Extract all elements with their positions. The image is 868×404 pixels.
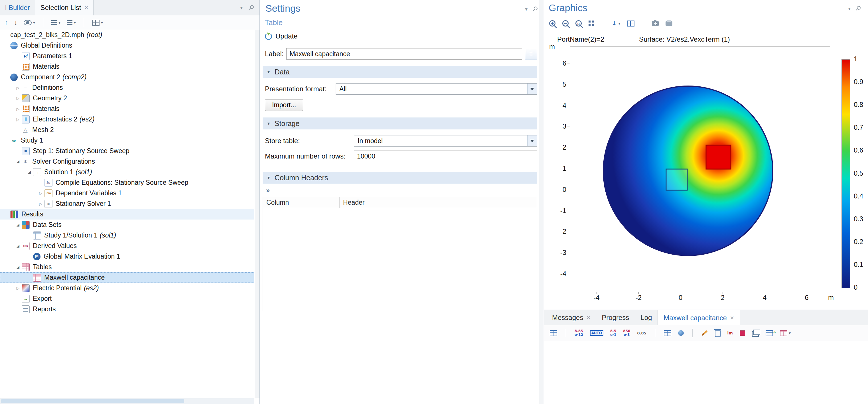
print-button[interactable] [665,21,672,26]
expand-arrow-icon[interactable] [38,191,44,195]
zoom-out-button[interactable] [562,20,568,27]
chevron-down-icon[interactable]: ▾ [848,6,850,12]
show-button[interactable]: ▾ [24,20,35,25]
column-header-column[interactable]: Column [263,197,340,208]
tab-maxwell-capacitance[interactable]: Maxwell capacitance× [657,310,740,325]
collapse-arrow-icon[interactable] [15,265,21,269]
collapse-arrow-icon[interactable] [26,170,32,174]
presentation-format-select[interactable]: All [336,83,537,95]
tree-item[interactable]: Compile Equations: Stationary Source Swe… [0,177,254,188]
cell-color-button[interactable] [740,331,745,336]
pin-icon[interactable] [856,5,861,10]
chevron-down-icon[interactable]: ▾ [525,6,528,12]
dropdown-arrow-icon[interactable]: ▾ [101,20,103,25]
section-data[interactable]: ▼ Data [262,66,537,78]
tree-item[interactable]: Electrostatics 2(es2) [0,114,254,125]
pin-icon[interactable] [249,4,254,9]
automatic-notation-button[interactable]: AUTO [590,330,603,336]
label-input[interactable] [286,48,522,60]
tab-log[interactable]: Log [635,310,657,325]
tree-item[interactable]: Solution 1(sol1) [0,167,254,177]
tree-item[interactable]: Dependent Variables 1 [0,188,254,198]
tree-item[interactable]: Global Definitions [0,40,254,51]
tab-messages[interactable]: Messages× [546,310,596,325]
rename-button[interactable]: ≡ [525,48,537,60]
collapse-arrow-icon[interactable] [15,159,21,164]
tree-item[interactable]: Maxwell capacitance [0,272,254,283]
tree-item[interactable]: Derived Values [0,241,254,251]
tree-item[interactable]: Data Sets [0,220,254,230]
tree-item[interactable]: Materials [0,61,254,72]
copy-table-button[interactable] [752,330,759,337]
tree-item[interactable]: Study 1/Solution 1(sol1) [0,230,254,241]
tree-item[interactable]: Study 1 [0,135,254,146]
expand-arrow-icon[interactable] [15,117,21,122]
expand-levels-button[interactable]: ▾ [67,20,76,25]
collapse-arrow-icon[interactable] [15,244,21,248]
move-all-icon[interactable]: » [266,186,270,194]
table-format-button[interactable] [550,330,557,336]
update-button[interactable]: Update [275,32,298,40]
model-builder-node-settings-button[interactable]: ▾ [92,20,103,26]
full-precision-button[interactable]: 8.85e-12 [575,329,583,337]
dropdown-arrow-icon[interactable]: ▾ [33,20,35,25]
tree-item[interactable]: Parameters 1 [0,51,254,61]
zoom-in-button[interactable] [549,20,556,27]
close-icon[interactable]: × [587,314,590,321]
clear-table-button[interactable] [715,329,720,337]
tree-item[interactable]: Tables [0,262,254,272]
show-grid-button[interactable] [627,21,634,27]
tree-item[interactable]: Materials [0,103,254,114]
expand-arrow-icon[interactable] [38,201,44,206]
image-snapshot-button[interactable] [652,21,659,26]
collapse-levels-button[interactable]: ▾ [51,20,60,25]
tab-model-builder[interactable]: l Builder [0,0,35,15]
expand-arrow-icon[interactable] [15,96,21,101]
table-graph-button[interactable] [701,332,708,334]
close-icon[interactable]: × [730,314,734,321]
tree-item[interactable]: Electric Potential(es2) [0,283,254,293]
settings-scrollbar[interactable] [539,0,544,404]
zoom-box-button[interactable] [576,20,582,27]
close-icon[interactable]: × [84,4,88,11]
dropdown-arrow-icon[interactable]: ▾ [618,21,620,26]
table-menu-button[interactable]: ▾ [780,330,791,336]
expand-arrow-icon[interactable] [15,286,21,290]
tree-item[interactable]: Geometry 2 [0,93,254,103]
dropdown-arrow-icon[interactable]: ▾ [789,331,791,335]
store-table-select[interactable]: In model [354,135,537,147]
tree-item[interactable]: Mesh 2 [0,125,254,135]
tab-selection-list[interactable]: Selection List × [35,0,94,15]
tree-horizontal-scrollbar[interactable] [0,398,254,404]
decimal-notation-button[interactable]: 0.85 [637,331,646,335]
zoom-extents-button[interactable] [589,21,594,26]
dropdown-arrow-icon[interactable]: ▾ [58,20,60,25]
chevron-down-icon[interactable]: ▾ [240,5,243,11]
section-column-headers[interactable]: ▼ Column Headers [262,172,537,184]
engineering-notation-button[interactable]: 850e-3 [623,329,630,337]
import-to-table-button[interactable] [727,331,733,335]
column-header-header[interactable]: Header [340,197,365,208]
dropdown-arrow-icon[interactable]: ▾ [74,20,76,25]
tree-item[interactable]: Reports [0,304,254,314]
move-down-button[interactable]: ↓ [14,19,18,27]
tree-item[interactable]: Component 2(comp2) [0,72,254,83]
plot-area[interactable] [570,46,830,292]
tree-item[interactable]: Step 1: Stationary Source Sweep [0,146,254,156]
tree-item[interactable]: Results [0,209,254,220]
tree-item[interactable]: Stationary Solver 1 [0,198,254,209]
expand-arrow-icon[interactable] [15,106,21,111]
tree-vertical-scrollbar[interactable] [255,30,259,398]
move-up-button[interactable]: ↑ [5,19,8,27]
table-view-button[interactable] [664,330,671,336]
pin-icon[interactable] [533,6,538,11]
export-table-button[interactable] [766,330,773,336]
tab-progress[interactable]: Progress [596,310,635,325]
tree-item[interactable]: Export [0,293,254,304]
tree-item[interactable]: Definitions [0,83,254,93]
tree-item[interactable]: Global Matrix Evaluation 1 [0,251,254,262]
section-storage[interactable]: ▼ Storage [262,118,537,129]
tree-item[interactable]: cap_test_2_blks_2D.mph(root) [0,30,254,40]
go-to-default-view-button[interactable]: ▾ [612,20,620,27]
expand-arrow-icon[interactable] [15,86,21,90]
